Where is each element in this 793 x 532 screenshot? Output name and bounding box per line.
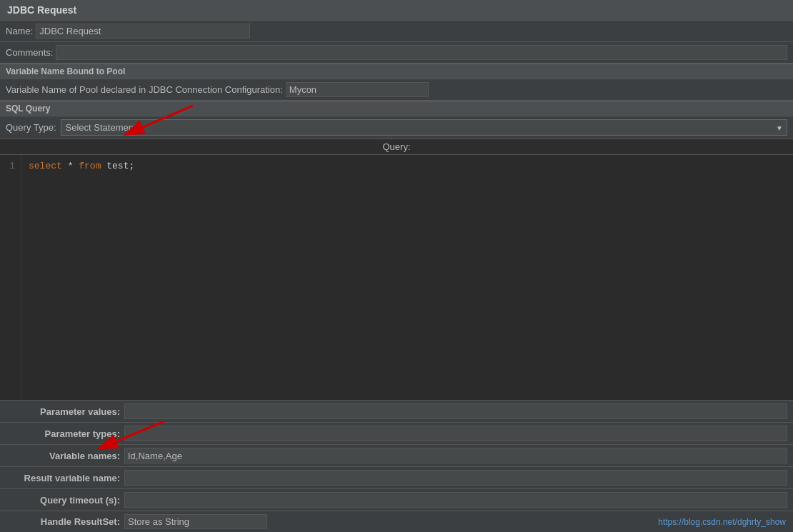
line-numbers: 1 bbox=[0, 155, 21, 400]
parameter-types-label: Parameter types: bbox=[6, 428, 120, 439]
url-label: https://blog.csdn.net/dghrty_show bbox=[658, 517, 786, 527]
pool-variable-row: Variable Name of Pool declared in JDBC C… bbox=[0, 79, 793, 101]
comments-row: Comments: bbox=[0, 42, 793, 64]
title-bar: JDBC Request bbox=[0, 0, 793, 21]
parameter-values-input[interactable] bbox=[124, 403, 787, 419]
result-variable-row: Result variable name: bbox=[0, 467, 793, 489]
query-label-row: Query: bbox=[0, 139, 793, 155]
code-area[interactable]: select * from test; bbox=[21, 155, 793, 400]
name-input[interactable] bbox=[36, 24, 250, 39]
code-text-table: test; bbox=[106, 161, 134, 171]
query-timeout-label: Query timeout (s): bbox=[6, 495, 120, 506]
parameter-types-row: Parameter types: bbox=[0, 423, 793, 445]
result-variable-input[interactable] bbox=[124, 470, 787, 486]
comments-input[interactable] bbox=[56, 45, 787, 60]
name-row: Name: bbox=[0, 21, 793, 42]
query-editor[interactable]: 1 select * from test; bbox=[0, 155, 793, 401]
sql-query-header: SQL Query bbox=[0, 101, 793, 116]
handle-resultset-label: Handle ResultSet: bbox=[6, 516, 120, 527]
query-type-select-wrapper: Select Statement Update Statement Callab… bbox=[61, 119, 787, 136]
result-variable-label: Result variable name: bbox=[6, 473, 120, 483]
code-text-star: * bbox=[68, 161, 79, 171]
line-number-1: 1 bbox=[6, 159, 15, 174]
code-keyword-from: from bbox=[79, 161, 101, 171]
parameter-values-label: Parameter values: bbox=[6, 406, 120, 417]
pool-input[interactable] bbox=[286, 82, 429, 97]
variable-names-row: Variable names: bbox=[0, 445, 793, 467]
variable-names-input[interactable] bbox=[124, 448, 787, 463]
query-type-select[interactable]: Select Statement Update Statement Callab… bbox=[61, 119, 787, 136]
query-type-label: Query Type: bbox=[6, 122, 56, 133]
query-type-row: Query Type: Select Statement Update Stat… bbox=[0, 116, 793, 139]
query-timeout-input[interactable] bbox=[124, 492, 787, 508]
parameter-types-input[interactable] bbox=[124, 426, 787, 441]
variable-name-section-header: Variable Name Bound to Pool bbox=[0, 64, 793, 79]
handle-resultset-row: Handle ResultSet: Store as String Store … bbox=[0, 511, 793, 532]
query-label: Query: bbox=[382, 141, 410, 152]
bottom-fields: Parameter values: Parameter types: Varia… bbox=[0, 401, 793, 532]
handle-resultset-select[interactable]: Store as String Store as Object Count Re… bbox=[124, 514, 267, 529]
variable-names-label: Variable names: bbox=[6, 451, 120, 461]
query-timeout-row: Query timeout (s): bbox=[0, 489, 793, 511]
comments-label: Comments: bbox=[6, 47, 53, 58]
parameter-values-row: Parameter values: bbox=[0, 401, 793, 423]
code-keyword-select: select bbox=[29, 161, 62, 171]
pool-label: Variable Name of Pool declared in JDBC C… bbox=[6, 84, 283, 95]
name-label: Name: bbox=[6, 26, 33, 36]
title-text: JDBC Request bbox=[7, 4, 76, 16]
